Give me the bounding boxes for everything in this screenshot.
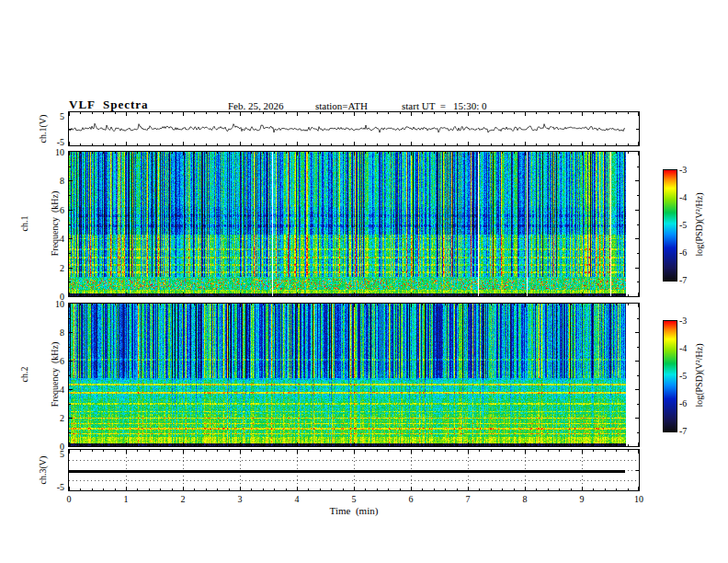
ch1-frequency-axis-label-line1: ch.1	[19, 191, 29, 257]
colorbar-tick-label: -4	[679, 192, 687, 202]
ch1-voltage-axis-label: ch.1(V)	[38, 115, 48, 144]
colorbar-tick-label: -6	[679, 247, 687, 258]
colorbar-ch1-label: log(PSD)(V²/Hz)	[694, 192, 704, 256]
x-tick-label: 5	[352, 494, 357, 504]
colorbar-ch2-label: log(PSD)(V²/Hz)	[694, 343, 704, 407]
ch3-waveform-panel	[68, 449, 640, 491]
x-tick-label: 6	[409, 494, 414, 504]
freq-tick-label: 10	[55, 147, 64, 157]
ch2-frequency-axis-label-line2: Frequency (kHz)	[50, 342, 60, 408]
freq-tick-label: 8	[60, 176, 64, 186]
colorbar-tick-label: -4	[679, 343, 687, 353]
start-ut-label: start UT = 15:30: 0	[402, 100, 486, 111]
x-tick-label: 2	[181, 494, 186, 504]
ch2-spectrogram-canvas	[69, 304, 639, 446]
colorbar-tick-label: -3	[679, 316, 687, 326]
colorbar-ch1-canvas	[664, 170, 677, 281]
ch1-waveform-canvas	[69, 112, 639, 145]
ch1-waveform-panel	[68, 111, 640, 146]
freq-tick-label: 10	[55, 299, 64, 309]
ch1-spectrogram-panel	[68, 151, 640, 297]
ch1-spectrogram-canvas	[69, 152, 639, 296]
volt-tick-label: -5	[57, 137, 64, 147]
x-tick-label: 10	[634, 494, 643, 504]
vlf-spectra-figure: VLF Spectra Feb. 25, 2026 station=ATH st…	[0, 0, 728, 563]
date-label: Feb. 25, 2026	[228, 100, 284, 111]
ch2-frequency-axis-label-line1: ch.2	[19, 342, 29, 408]
ch1-frequency-axis-label-line2: Frequency (kHz)	[50, 191, 60, 257]
colorbar-tick-label: -7	[679, 426, 687, 436]
station-label: station=ATH	[315, 100, 368, 111]
volt-tick-label: 5	[60, 449, 64, 459]
x-tick-label: 7	[466, 494, 471, 504]
x-tick-label: 4	[295, 494, 300, 504]
ch3-voltage-axis-label: ch.3(V)	[38, 456, 48, 485]
x-tick-label: 1	[124, 494, 129, 504]
colorbar-tick-label: -6	[679, 398, 687, 408]
x-tick-label: 9	[580, 494, 585, 504]
colorbar-ch1	[663, 169, 677, 282]
freq-tick-label: 8	[60, 327, 64, 338]
colorbar-tick-label: -7	[679, 275, 687, 285]
x-tick-label: 8	[523, 494, 528, 504]
colorbar-tick-label: -3	[679, 165, 687, 175]
volt-tick-label: 5	[60, 111, 64, 121]
x-tick-label: 3	[238, 494, 243, 504]
freq-tick-label: 2	[60, 262, 64, 272]
freq-tick-label: 2	[60, 413, 64, 423]
figure-title: VLF Spectra	[69, 98, 149, 112]
freq-tick-label: 6	[60, 204, 64, 214]
x-tick-label: 0	[67, 494, 72, 504]
colorbar-tick-label: -5	[679, 371, 687, 381]
colorbar-tick-label: -5	[679, 220, 687, 230]
freq-tick-label: 4	[60, 234, 64, 244]
ch2-spectrogram-panel	[68, 303, 640, 447]
colorbar-ch2	[663, 320, 677, 432]
x-axis-label: Time (min)	[330, 505, 379, 516]
freq-tick-label: 6	[60, 356, 64, 366]
freq-tick-label: 4	[60, 385, 64, 395]
colorbar-ch2-canvas	[664, 321, 677, 431]
ch3-waveform-canvas	[69, 450, 639, 490]
volt-tick-label: -5	[57, 482, 64, 492]
